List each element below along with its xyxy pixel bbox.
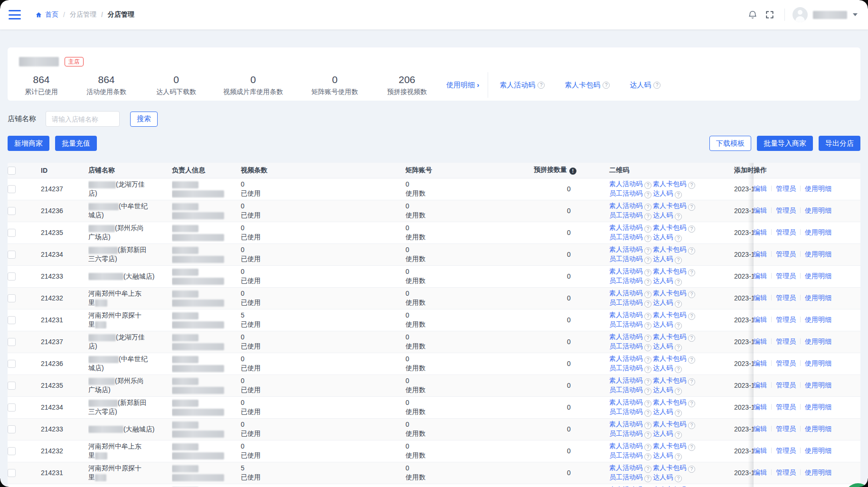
select-all-checkbox[interactable] xyxy=(8,167,16,175)
user-avatar[interactable] xyxy=(793,7,808,22)
action-admin[interactable]: 管理员 xyxy=(767,272,796,280)
search-button[interactable]: 搜索 xyxy=(130,112,158,127)
help-icon[interactable] xyxy=(644,322,651,329)
action-usage-detail[interactable]: 使用明细 xyxy=(796,359,831,367)
qr-link[interactable]: 素人活动码 xyxy=(609,333,642,340)
qr-link[interactable]: 达人码 xyxy=(653,233,673,241)
qr-link[interactable]: 素人活动码 xyxy=(609,355,642,362)
action-edit[interactable]: 编辑 xyxy=(754,468,767,476)
action-edit[interactable]: 编辑 xyxy=(754,272,767,280)
suren-cardpack-code-link[interactable]: 素人卡包码 xyxy=(565,81,610,90)
row-checkbox[interactable] xyxy=(8,425,16,433)
breadcrumb-branch-mgmt[interactable]: 分店管理 xyxy=(58,10,96,19)
help-icon[interactable] xyxy=(644,191,651,198)
row-checkbox[interactable] xyxy=(8,382,16,390)
help-icon[interactable] xyxy=(688,247,695,254)
qr-link[interactable]: 素人卡包码 xyxy=(653,311,686,318)
breadcrumb-home[interactable]: 首页 xyxy=(35,10,58,19)
action-edit[interactable]: 编辑 xyxy=(754,294,767,301)
action-admin[interactable]: 管理员 xyxy=(767,185,796,192)
qr-link[interactable]: 素人卡包码 xyxy=(653,442,686,450)
daren-code-link[interactable]: 达人码 xyxy=(630,81,660,90)
action-usage-detail[interactable]: 使用明细 xyxy=(796,468,831,476)
qr-link[interactable]: 员工活动码 xyxy=(609,364,642,372)
help-icon[interactable] xyxy=(644,422,651,429)
help-icon[interactable] xyxy=(644,291,651,298)
qr-link[interactable]: 素人卡包码 xyxy=(653,376,686,384)
help-icon[interactable] xyxy=(644,257,651,264)
row-checkbox[interactable] xyxy=(8,469,16,477)
action-usage-detail[interactable]: 使用明细 xyxy=(796,250,831,258)
qr-link[interactable]: 素人卡包码 xyxy=(653,245,686,253)
help-icon[interactable] xyxy=(688,400,695,407)
action-admin[interactable]: 管理员 xyxy=(767,359,796,367)
qr-link[interactable]: 素人活动码 xyxy=(609,420,642,428)
row-checkbox[interactable] xyxy=(8,294,16,302)
info-icon[interactable] xyxy=(569,168,576,175)
qr-link[interactable]: 素人活动码 xyxy=(609,311,642,318)
qr-link[interactable]: 达人码 xyxy=(653,320,673,328)
qr-link[interactable]: 素人活动码 xyxy=(609,442,642,450)
action-edit[interactable]: 编辑 xyxy=(754,359,767,367)
action-edit[interactable]: 编辑 xyxy=(754,250,767,258)
help-icon[interactable] xyxy=(644,475,651,482)
action-usage-detail[interactable]: 使用明细 xyxy=(796,381,831,389)
help-icon[interactable] xyxy=(644,400,651,407)
qr-link[interactable]: 素人卡包码 xyxy=(653,464,686,471)
action-edit[interactable]: 编辑 xyxy=(754,228,767,236)
qr-link[interactable]: 达人码 xyxy=(653,364,673,372)
help-icon[interactable] xyxy=(688,313,695,320)
qr-link[interactable]: 达人码 xyxy=(653,277,673,284)
qr-link[interactable]: 员工活动码 xyxy=(609,277,642,284)
help-icon[interactable] xyxy=(644,235,651,242)
action-edit[interactable]: 编辑 xyxy=(754,447,767,454)
row-checkbox[interactable] xyxy=(8,207,16,215)
help-icon[interactable] xyxy=(644,225,651,233)
action-admin[interactable]: 管理员 xyxy=(767,468,796,476)
help-icon[interactable] xyxy=(644,466,651,473)
row-checkbox[interactable] xyxy=(8,185,16,193)
help-icon[interactable] xyxy=(644,444,651,451)
help-icon[interactable] xyxy=(675,366,682,373)
action-admin[interactable]: 管理员 xyxy=(767,381,796,389)
fullscreen-icon[interactable] xyxy=(763,8,777,22)
help-icon[interactable] xyxy=(675,300,682,308)
action-admin[interactable]: 管理员 xyxy=(767,425,796,432)
help-icon[interactable] xyxy=(688,269,695,276)
action-usage-detail[interactable]: 使用明细 xyxy=(796,206,831,214)
help-icon[interactable] xyxy=(675,388,682,395)
help-icon[interactable] xyxy=(644,344,651,351)
qr-link[interactable]: 达人码 xyxy=(653,189,673,197)
help-icon[interactable] xyxy=(688,466,695,473)
action-admin[interactable]: 管理员 xyxy=(767,294,796,301)
batch-import-merchant-button[interactable]: 批量导入商家 xyxy=(757,136,813,151)
qr-link[interactable]: 素人卡包码 xyxy=(653,333,686,340)
action-admin[interactable]: 管理员 xyxy=(767,206,796,214)
store-name-input[interactable] xyxy=(46,111,120,127)
qr-link[interactable]: 员工活动码 xyxy=(609,342,642,350)
help-icon[interactable] xyxy=(675,475,682,482)
action-admin[interactable]: 管理员 xyxy=(767,403,796,411)
qr-link[interactable]: 素人卡包码 xyxy=(653,224,686,231)
qr-link[interactable]: 素人活动码 xyxy=(609,267,642,275)
help-icon[interactable] xyxy=(644,410,651,417)
qr-link[interactable]: 素人活动码 xyxy=(609,398,642,406)
help-icon[interactable] xyxy=(675,322,682,329)
help-icon[interactable] xyxy=(644,269,651,276)
action-admin[interactable]: 管理员 xyxy=(767,228,796,236)
qr-link[interactable]: 员工活动码 xyxy=(609,299,642,306)
help-icon[interactable] xyxy=(675,279,682,286)
usage-detail-link[interactable]: 使用明细 xyxy=(446,81,479,90)
qr-link[interactable]: 素人卡包码 xyxy=(653,202,686,209)
qr-link[interactable]: 素人活动码 xyxy=(609,376,642,384)
row-checkbox[interactable] xyxy=(8,447,16,455)
qr-link[interactable]: 素人活动码 xyxy=(609,202,642,209)
help-icon[interactable] xyxy=(644,313,651,320)
add-merchant-button[interactable]: 新增商家 xyxy=(8,136,49,151)
help-icon[interactable] xyxy=(644,453,651,460)
action-usage-detail[interactable]: 使用明细 xyxy=(796,294,831,301)
action-usage-detail[interactable]: 使用明细 xyxy=(796,316,831,323)
qr-link[interactable]: 达人码 xyxy=(653,408,673,415)
qr-link[interactable]: 员工活动码 xyxy=(609,320,642,328)
action-edit[interactable]: 编辑 xyxy=(754,337,767,345)
